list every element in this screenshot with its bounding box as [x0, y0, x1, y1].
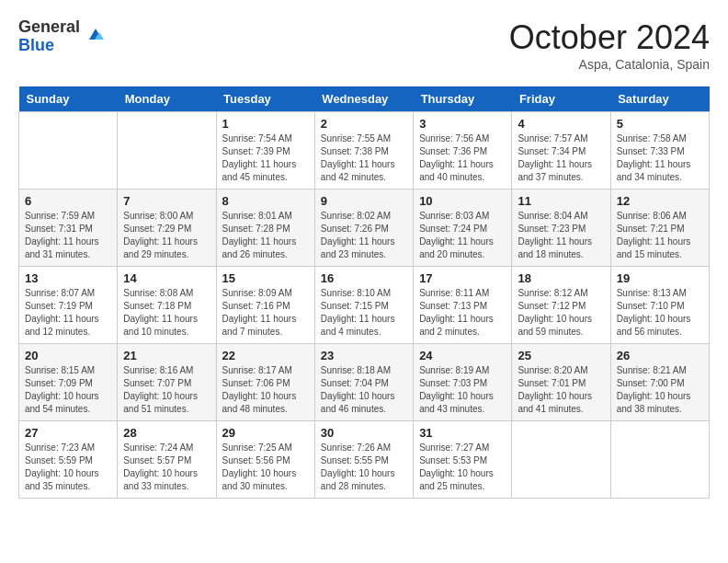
logo-general-text: General — [18, 18, 80, 37]
day-detail: Sunrise: 8:12 AM Sunset: 7:12 PM Dayligh… — [518, 287, 604, 339]
calendar-week-row: 1Sunrise: 7:54 AM Sunset: 7:39 PM Daylig… — [19, 112, 710, 190]
day-detail: Sunrise: 7:57 AM Sunset: 7:34 PM Dayligh… — [518, 132, 604, 184]
calendar-week-row: 27Sunrise: 7:23 AM Sunset: 5:59 PM Dayli… — [19, 421, 710, 499]
day-number: 2 — [321, 117, 407, 131]
calendar-header-row: SundayMondayTuesdayWednesdayThursdayFrid… — [19, 86, 710, 112]
calendar-cell: 7Sunrise: 8:00 AM Sunset: 7:29 PM Daylig… — [118, 190, 216, 267]
day-number: 28 — [123, 426, 210, 440]
day-detail: Sunrise: 8:01 AM Sunset: 7:28 PM Dayligh… — [222, 210, 309, 261]
logo-blue-text: Blue — [18, 37, 80, 55]
day-number: 10 — [419, 194, 506, 208]
day-number: 12 — [617, 194, 703, 208]
calendar-cell: 29Sunrise: 7:25 AM Sunset: 5:56 PM Dayli… — [216, 421, 314, 499]
day-detail: Sunrise: 7:25 AM Sunset: 5:56 PM Dayligh… — [222, 442, 309, 493]
day-detail: Sunrise: 8:20 AM Sunset: 7:01 PM Dayligh… — [518, 364, 604, 416]
calendar-cell: 5Sunrise: 7:58 AM Sunset: 7:33 PM Daylig… — [610, 112, 709, 190]
day-detail: Sunrise: 8:21 AM Sunset: 7:00 PM Dayligh… — [617, 364, 703, 416]
day-detail: Sunrise: 7:24 AM Sunset: 5:57 PM Dayligh… — [123, 442, 210, 493]
calendar-cell: 17Sunrise: 8:11 AM Sunset: 7:13 PM Dayli… — [414, 267, 512, 344]
day-detail: Sunrise: 8:04 AM Sunset: 7:23 PM Dayligh… — [518, 210, 604, 261]
day-number: 22 — [222, 349, 309, 362]
day-detail: Sunrise: 8:02 AM Sunset: 7:26 PM Dayligh… — [321, 210, 407, 261]
column-header-monday: Monday — [118, 86, 216, 112]
day-detail: Sunrise: 7:27 AM Sunset: 5:53 PM Dayligh… — [419, 442, 506, 493]
day-number: 20 — [25, 349, 111, 362]
calendar-cell — [610, 421, 709, 499]
calendar-cell — [19, 112, 118, 190]
calendar-cell: 12Sunrise: 8:06 AM Sunset: 7:21 PM Dayli… — [610, 190, 709, 267]
day-detail: Sunrise: 8:03 AM Sunset: 7:24 PM Dayligh… — [419, 210, 506, 261]
column-header-sunday: Sunday — [19, 86, 118, 112]
day-number: 25 — [518, 349, 604, 362]
day-detail: Sunrise: 8:09 AM Sunset: 7:16 PM Dayligh… — [222, 287, 309, 339]
calendar-cell: 2Sunrise: 7:55 AM Sunset: 7:38 PM Daylig… — [314, 112, 413, 190]
day-detail: Sunrise: 8:11 AM Sunset: 7:13 PM Dayligh… — [419, 287, 506, 339]
day-number: 26 — [617, 349, 703, 362]
column-header-thursday: Thursday — [414, 86, 512, 112]
column-header-wednesday: Wednesday — [314, 86, 413, 112]
day-detail: Sunrise: 7:23 AM Sunset: 5:59 PM Dayligh… — [25, 442, 111, 493]
day-detail: Sunrise: 7:59 AM Sunset: 7:31 PM Dayligh… — [25, 210, 111, 261]
calendar-cell — [118, 112, 216, 190]
calendar-cell: 14Sunrise: 8:08 AM Sunset: 7:18 PM Dayli… — [118, 267, 216, 344]
day-number: 17 — [419, 271, 506, 285]
day-detail: Sunrise: 8:08 AM Sunset: 7:18 PM Dayligh… — [123, 287, 210, 339]
calendar-cell: 16Sunrise: 8:10 AM Sunset: 7:15 PM Dayli… — [314, 267, 413, 344]
day-number: 24 — [419, 349, 506, 362]
calendar-cell: 20Sunrise: 8:15 AM Sunset: 7:09 PM Dayli… — [19, 344, 118, 421]
title-area: October 2024 Aspa, Catalonia, Spain — [509, 18, 710, 72]
day-number: 1 — [222, 117, 309, 131]
day-detail: Sunrise: 8:06 AM Sunset: 7:21 PM Dayligh… — [617, 210, 703, 261]
day-number: 3 — [419, 117, 506, 131]
calendar-cell: 28Sunrise: 7:24 AM Sunset: 5:57 PM Dayli… — [118, 421, 216, 499]
day-number: 15 — [222, 271, 309, 285]
calendar-week-row: 13Sunrise: 8:07 AM Sunset: 7:19 PM Dayli… — [19, 267, 710, 344]
calendar-cell: 26Sunrise: 8:21 AM Sunset: 7:00 PM Dayli… — [610, 344, 709, 421]
day-detail: Sunrise: 8:15 AM Sunset: 7:09 PM Dayligh… — [25, 364, 111, 416]
day-number: 11 — [518, 194, 604, 208]
calendar-cell: 19Sunrise: 8:13 AM Sunset: 7:10 PM Dayli… — [610, 267, 709, 344]
calendar-cell: 4Sunrise: 7:57 AM Sunset: 7:34 PM Daylig… — [512, 112, 610, 190]
day-number: 13 — [25, 271, 111, 285]
calendar-table: SundayMondayTuesdayWednesdayThursdayFrid… — [18, 86, 710, 499]
day-number: 21 — [123, 349, 210, 362]
day-number: 4 — [518, 117, 604, 131]
calendar-week-row: 20Sunrise: 8:15 AM Sunset: 7:09 PM Dayli… — [19, 344, 710, 421]
calendar-cell: 6Sunrise: 7:59 AM Sunset: 7:31 PM Daylig… — [19, 190, 118, 267]
calendar-cell: 21Sunrise: 8:16 AM Sunset: 7:07 PM Dayli… — [118, 344, 216, 421]
day-number: 14 — [123, 271, 210, 285]
location-subtitle: Aspa, Catalonia, Spain — [509, 57, 710, 72]
calendar-cell: 22Sunrise: 8:17 AM Sunset: 7:06 PM Dayli… — [216, 344, 314, 421]
day-number: 19 — [617, 271, 703, 285]
day-detail: Sunrise: 8:10 AM Sunset: 7:15 PM Dayligh… — [321, 287, 407, 339]
day-number: 9 — [321, 194, 407, 208]
day-number: 16 — [321, 271, 407, 285]
day-detail: Sunrise: 7:58 AM Sunset: 7:33 PM Dayligh… — [617, 132, 703, 184]
calendar-cell: 25Sunrise: 8:20 AM Sunset: 7:01 PM Dayli… — [512, 344, 610, 421]
calendar-cell: 10Sunrise: 8:03 AM Sunset: 7:24 PM Dayli… — [414, 190, 512, 267]
day-detail: Sunrise: 8:19 AM Sunset: 7:03 PM Dayligh… — [419, 364, 506, 416]
calendar-week-row: 6Sunrise: 7:59 AM Sunset: 7:31 PM Daylig… — [19, 190, 710, 267]
day-detail: Sunrise: 7:26 AM Sunset: 5:55 PM Dayligh… — [321, 442, 407, 493]
day-number: 7 — [123, 194, 210, 208]
calendar-cell: 8Sunrise: 8:01 AM Sunset: 7:28 PM Daylig… — [216, 190, 314, 267]
day-detail: Sunrise: 8:07 AM Sunset: 7:19 PM Dayligh… — [25, 287, 111, 339]
day-number: 31 — [419, 426, 506, 440]
calendar-cell: 11Sunrise: 8:04 AM Sunset: 7:23 PM Dayli… — [512, 190, 610, 267]
day-number: 30 — [321, 426, 407, 440]
month-title: October 2024 — [509, 18, 710, 57]
calendar-cell: 30Sunrise: 7:26 AM Sunset: 5:55 PM Dayli… — [314, 421, 413, 499]
day-number: 29 — [222, 426, 309, 440]
day-number: 8 — [222, 194, 309, 208]
day-number: 5 — [617, 117, 703, 131]
day-detail: Sunrise: 8:00 AM Sunset: 7:29 PM Dayligh… — [123, 210, 210, 261]
day-number: 27 — [25, 426, 111, 440]
day-detail: Sunrise: 7:55 AM Sunset: 7:38 PM Dayligh… — [321, 132, 407, 184]
logo-icon — [82, 21, 109, 49]
calendar-cell: 1Sunrise: 7:54 AM Sunset: 7:39 PM Daylig… — [216, 112, 314, 190]
logo: General Blue — [18, 18, 109, 55]
calendar-cell: 15Sunrise: 8:09 AM Sunset: 7:16 PM Dayli… — [216, 267, 314, 344]
day-detail: Sunrise: 8:18 AM Sunset: 7:04 PM Dayligh… — [321, 364, 407, 416]
day-number: 23 — [321, 349, 407, 362]
calendar-cell: 9Sunrise: 8:02 AM Sunset: 7:26 PM Daylig… — [314, 190, 413, 267]
